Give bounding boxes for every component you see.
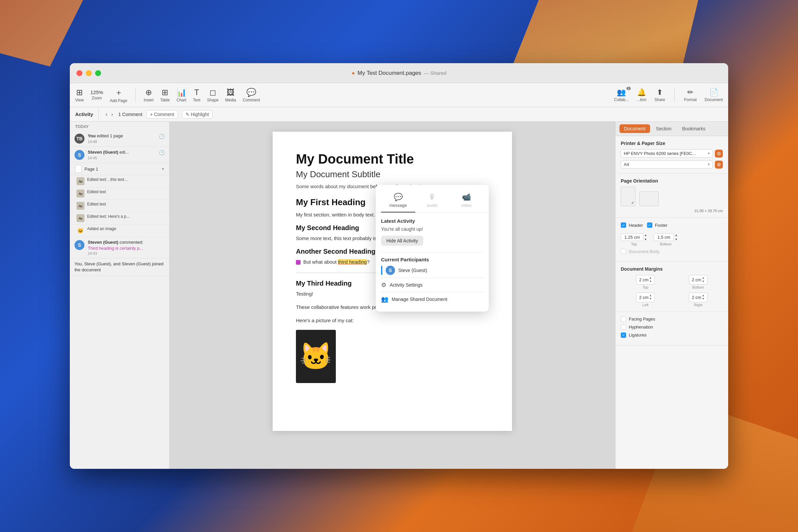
- main-window: ● My Test Document.pages — Shared ⊞ View…: [70, 63, 728, 469]
- share-button[interactable]: ⬆ Share: [654, 88, 665, 102]
- bottom-label: Bottom: [692, 285, 704, 289]
- table-icon: ⊞: [162, 88, 168, 97]
- increment-icon[interactable]: ▲: [702, 276, 705, 280]
- list-item[interactable]: Aa Edited text: Here's a p...: [70, 212, 169, 225]
- top-margin-value: 2 cm: [639, 277, 648, 282]
- landscape-option[interactable]: [640, 191, 659, 206]
- tab-section[interactable]: Section: [651, 125, 676, 133]
- fullscreen-button[interactable]: [95, 70, 101, 76]
- popup-tab-message[interactable]: 💬 message: [381, 190, 415, 212]
- table-button[interactable]: ⊞ Table: [160, 88, 170, 102]
- paper-select[interactable]: A4 ▾: [621, 160, 713, 169]
- decrement-icon[interactable]: ▼: [702, 297, 705, 301]
- activity-item[interactable]: TB You edited 1 page 14:48 🕐: [70, 130, 169, 147]
- increment-icon[interactable]: ▲: [649, 294, 652, 297]
- decrement-icon[interactable]: ▼: [649, 280, 652, 283]
- ligatures-checkbox[interactable]: ✓: [621, 332, 626, 338]
- increment-arrow[interactable]: ▲: [674, 233, 678, 238]
- page-list-item[interactable]: Page 1 ▾: [70, 163, 169, 175]
- format-button[interactable]: ✏ Format: [684, 88, 697, 102]
- popup-message-label: message: [390, 203, 407, 208]
- hide-activity-button[interactable]: Hide All Activity: [381, 236, 423, 246]
- checkmark-icon: ✓: [631, 201, 634, 205]
- hyphenation-checkbox[interactable]: [621, 324, 626, 330]
- shape-button[interactable]: ◻ Shape: [207, 88, 219, 102]
- doc-body-checkbox[interactable]: [621, 249, 626, 254]
- list-item[interactable]: Aa Edited text: [70, 188, 169, 200]
- top-margin-wrap: 2 cm ▲ ▼: [636, 275, 655, 285]
- header-footer-section: ✓ Header ✓ Footer 1.25 cm ▲: [615, 218, 728, 262]
- right-arrows: ▲ ▼: [702, 294, 705, 301]
- portrait-option[interactable]: ✓: [621, 187, 635, 206]
- increment-icon[interactable]: ▲: [649, 276, 652, 280]
- paper-settings-button[interactable]: ⚙: [715, 160, 723, 169]
- chart-button[interactable]: 📊 Chart: [176, 88, 187, 102]
- titlebar: ● My Test Document.pages — Shared: [70, 63, 728, 83]
- insert-icon: ⊕: [145, 88, 152, 97]
- list-item[interactable]: 🐱 Added an image: [70, 225, 169, 237]
- orientation-dimensions: 21.00 × 29.70 cm: [621, 209, 723, 213]
- comment-tool-button[interactable]: 💬 Comment: [243, 88, 260, 102]
- tab-document[interactable]: Document: [620, 125, 650, 133]
- zoom-control[interactable]: 125% Zoom: [91, 90, 103, 100]
- joined-content: You, Steve (Guest), and Steven (Guest) j…: [75, 261, 165, 273]
- header-checkbox[interactable]: ✓: [621, 223, 626, 228]
- ligatures-label: Ligatures: [629, 332, 646, 338]
- close-button[interactable]: [76, 70, 82, 76]
- video-icon: 📹: [462, 193, 471, 202]
- collab-badge: 1: [626, 87, 631, 90]
- increment-arrow[interactable]: ▲: [644, 233, 647, 238]
- insert-button[interactable]: ⊕ Insert: [144, 88, 154, 102]
- footer-stepper: 1.5 cm ▲ ▼ Bottom: [654, 233, 678, 246]
- list-item[interactable]: Aa Edited text: , this text...: [70, 175, 169, 188]
- manage-shared-label: Manage Shared Document: [392, 297, 447, 302]
- popup-divider: [381, 252, 483, 253]
- decrement-arrow[interactable]: ▼: [644, 238, 647, 242]
- printer-settings-button[interactable]: ⚙: [715, 150, 723, 158]
- tab-bookmarks[interactable]: Bookmarks: [678, 125, 710, 133]
- printer-section: Printer & Paper Size HP ENVY Photo 6200 …: [615, 136, 728, 174]
- facing-pages-checkbox[interactable]: [621, 317, 626, 322]
- back-arrow[interactable]: ‹: [104, 111, 108, 118]
- popup-tab-audio[interactable]: 🎙 audio: [415, 190, 450, 212]
- sub-avatar: Aa: [76, 202, 84, 210]
- footer-checkbox[interactable]: ✓: [647, 223, 652, 228]
- caught-up-text: You're all caught up!: [381, 226, 483, 232]
- popup-video-label: video: [461, 203, 472, 208]
- text-button[interactable]: T Text: [193, 88, 201, 102]
- forward-arrow[interactable]: ›: [110, 111, 114, 118]
- activity-item[interactable]: S Steven (Guest) edi... 14:45 🕐: [70, 147, 169, 163]
- collab-button[interactable]: 👥 1 Collab...: [614, 88, 629, 102]
- header-top-label: Top: [631, 242, 637, 246]
- comment-bubble-icon: [296, 260, 301, 265]
- doc-picture-text: Here's a picture of my cat:: [296, 317, 489, 324]
- left-margin-wrap: 2 cm ▲ ▼: [636, 292, 655, 302]
- activity-settings-item[interactable]: ⚙ Activity Settings: [381, 278, 483, 292]
- add-comment-button[interactable]: + Comment: [146, 110, 178, 119]
- text-label: Text: [193, 98, 201, 102]
- tion-icon: 🔔: [637, 88, 646, 97]
- document-button[interactable]: 📄 Document: [705, 88, 723, 102]
- activity-item[interactable]: S Steven (Guest) commented: Third headin…: [70, 237, 169, 258]
- popup-tab-video[interactable]: 📹 video: [449, 190, 483, 212]
- tion-button[interactable]: 🔔 ...tion: [637, 88, 646, 102]
- decrement-icon[interactable]: ▼: [649, 297, 652, 301]
- add-page-button[interactable]: ＋ Add Page: [110, 87, 127, 103]
- highlight-button[interactable]: ✎ Highlight: [182, 110, 212, 119]
- view-button[interactable]: ⊞ View: [75, 88, 84, 102]
- increment-icon[interactable]: ▲: [702, 294, 705, 297]
- decrement-icon[interactable]: ▼: [702, 280, 705, 283]
- list-item[interactable]: Aa Edited text: [70, 200, 169, 212]
- manage-shared-item[interactable]: 👥 Manage Shared Document: [381, 292, 483, 306]
- sub-text: Added an image: [87, 226, 116, 231]
- decrement-arrow[interactable]: ▼: [674, 238, 678, 242]
- activity-item: You, Steve (Guest), and Steven (Guest) j…: [70, 258, 169, 276]
- activity-tab[interactable]: Activity: [75, 111, 93, 117]
- activity-time: 14:45: [88, 156, 156, 160]
- minimize-button[interactable]: [86, 70, 92, 76]
- printer-select[interactable]: HP ENVY Photo 6200 series [FE0C... ▾: [621, 149, 713, 158]
- collab-popup: 💬 message 🎙 audio 📹 video Latest Activit…: [376, 185, 489, 311]
- left-margin-value: 2 cm: [639, 295, 648, 300]
- activity-content: Steven (Guest) edi... 14:45: [88, 149, 156, 160]
- media-button[interactable]: 🖼 Media: [225, 88, 236, 102]
